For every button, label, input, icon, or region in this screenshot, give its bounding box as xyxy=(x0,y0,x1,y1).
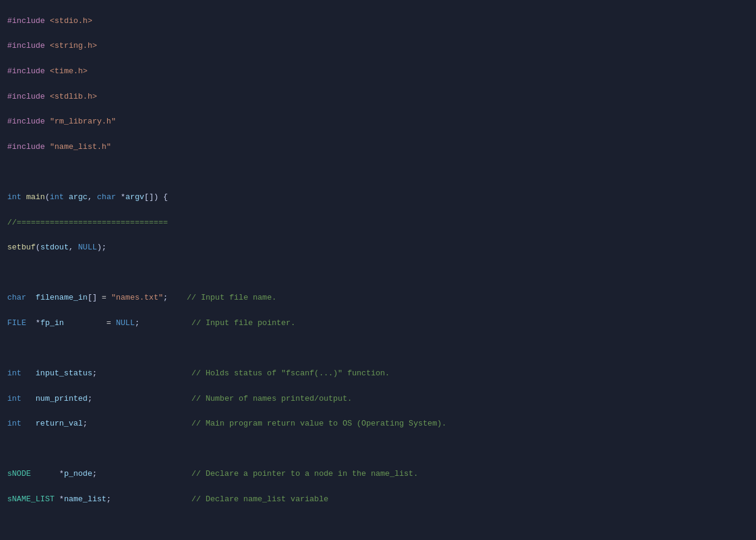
line-20: sNAME_LIST *name_list; // Declare name_l… xyxy=(0,493,756,506)
line-3: #include <time.h> xyxy=(0,65,756,78)
line-4: #include <stdlib.h> xyxy=(0,91,756,104)
line-5: #include "rm_library.h" xyxy=(0,116,756,128)
line-18 xyxy=(0,443,756,456)
line-19: sNODE *p_node; // Declare a pointer to a… xyxy=(0,468,756,481)
line-1: #include <stdio.h> xyxy=(0,15,756,28)
line-9: //================================ xyxy=(0,217,756,229)
line-7 xyxy=(0,166,756,179)
line-11 xyxy=(0,267,756,280)
line-6: #include "name_list.h" xyxy=(0,141,756,154)
line-17: int return_val; // Main program return v… xyxy=(0,418,756,430)
line-21 xyxy=(0,519,756,532)
code-editor: #include <stdio.h> #include <string.h> #… xyxy=(0,0,756,540)
line-16: int num_printed; // Number of names prin… xyxy=(0,393,756,406)
line-8: int main(int argc, char *argv[]) { xyxy=(0,191,756,204)
line-14 xyxy=(0,343,756,355)
line-12: char filename_in[] = "names.txt"; // Inp… xyxy=(0,292,756,305)
line-15: int input_status; // Holds status of "fs… xyxy=(0,367,756,380)
line-2: #include <string.h> xyxy=(0,40,756,53)
line-13: FILE *fp_in = NULL; // Input file pointe… xyxy=(0,317,756,330)
line-10: setbuf(stdout, NULL); xyxy=(0,242,756,254)
